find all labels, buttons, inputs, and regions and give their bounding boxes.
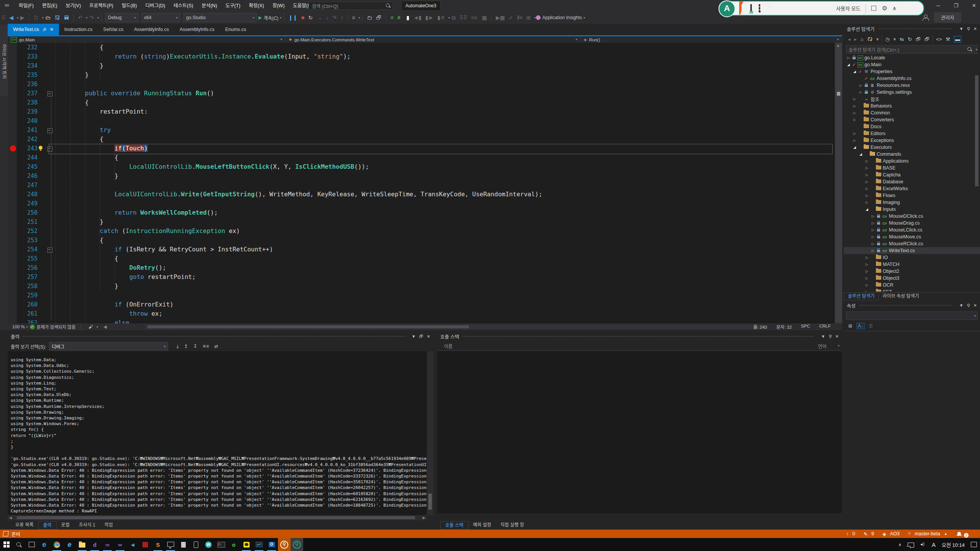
output-source-dropdown[interactable]: 디버그▾ [49, 342, 168, 350]
next-bookmark-icon[interactable]: ▮► [425, 14, 434, 21]
pin-icon[interactable]: ⚲ [967, 303, 970, 308]
tree-item-Commands[interactable]: ◢Commands [844, 151, 980, 158]
startup-project-dropdown[interactable]: go.Studio▾ [183, 13, 257, 22]
tree-item-Exceptions[interactable]: ▷Exceptions [844, 137, 980, 144]
tab-AssemblyInfo.cs[interactable]: AssemblyInfo.cs [174, 24, 220, 35]
output-hscrollbar[interactable]: ◀ ▶ [8, 515, 427, 520]
line-ending[interactable]: CRLF [819, 324, 831, 330]
tree-item-Common[interactable]: ▷Common [844, 109, 980, 116]
breakpoint-margin[interactable] [8, 135, 17, 144]
cursor-tool-icon[interactable] [739, 5, 743, 12]
hex-icon[interactable]: ⌗ [352, 14, 355, 21]
float-icon[interactable]: 🗗 [419, 334, 423, 339]
output-tab-로컬[interactable]: 로컬 [57, 521, 74, 530]
network-icon[interactable] [908, 543, 914, 548]
taskbar-app-phone[interactable] [189, 538, 202, 551]
output-vscrollbar[interactable] [427, 351, 433, 515]
output-tab-작업[interactable]: 작업 [100, 521, 118, 530]
breakpoint-margin[interactable] [8, 208, 17, 217]
tree-item-Applications[interactable]: ▷Applications [844, 158, 980, 165]
save-icon[interactable]: 🖫 [55, 14, 60, 21]
se-copy-icon[interactable]: 🗗 [924, 36, 929, 42]
grid-icon[interactable]: ⠿⠿ [459, 14, 467, 21]
se-home-icon[interactable]: ⌂ [861, 36, 864, 42]
expanded-arrow-icon[interactable]: ◢ [846, 63, 851, 67]
menu-빌드(B)[interactable]: 빌드(B) [118, 0, 141, 11]
restore-button[interactable]: ❐ [954, 3, 958, 8]
breakpoint-margin[interactable] [8, 80, 17, 89]
collapsed-arrow-icon[interactable]: ▷ [858, 83, 863, 87]
fold-collapse-icon[interactable] [47, 91, 52, 96]
tree-item-go.Locale[interactable]: ▷C#go.Locale [844, 54, 980, 61]
tree-item-Imaging[interactable]: ▷Imaging [844, 199, 980, 206]
taskbar-task-view[interactable] [25, 538, 38, 551]
hscroll-left-arrow[interactable]: ◀ [103, 324, 107, 329]
run-sql-icon[interactable]: ▶▦ [496, 14, 505, 21]
break-all-icon[interactable]: ❙❙ [288, 14, 297, 21]
breakpoint-margin[interactable] [8, 98, 17, 107]
taskbar-app-s[interactable]: S [152, 538, 164, 551]
clear-all-icon[interactable]: ✕≡ [203, 344, 209, 349]
se-preview-icon[interactable]: ▬ [954, 36, 961, 42]
taskbar-start[interactable] [0, 538, 13, 551]
collapsed-arrow-icon[interactable]: ▷ [871, 228, 875, 232]
overlay-collapse-icon[interactable]: ∧ [893, 5, 897, 11]
fold-collapse-icon[interactable] [47, 248, 52, 253]
tree-item-OCR[interactable]: ▷OCR [844, 282, 980, 289]
breakpoint-margin[interactable] [8, 153, 17, 162]
goto-message-icon[interactable]: ⤓ [176, 344, 178, 349]
menu-테스트(S)[interactable]: 테스트(S) [170, 0, 198, 11]
hidden-icons-chevron[interactable]: ∧ [898, 542, 902, 547]
editor-vertical-scrollbar[interactable]: ⇕ ▲ [835, 43, 842, 323]
push-icon[interactable]: ↑ [846, 531, 849, 536]
taskbar-internet-explorer[interactable]: e [63, 538, 76, 551]
se-switch-views-icon[interactable]: 🗘 [867, 36, 872, 42]
collapsed-arrow-icon[interactable]: ▷ [864, 201, 869, 204]
overlay-restore-icon[interactable] [871, 6, 876, 11]
taskbar-remote-desktop[interactable] [164, 538, 177, 551]
new-file-icon[interactable]: 🗋 [33, 14, 39, 21]
sign-in-icon[interactable] [923, 15, 929, 21]
menu-도구(T)[interactable]: 도구(T) [221, 0, 245, 11]
edit-count[interactable]: 9 [871, 531, 874, 536]
tree-item-Inputs[interactable]: ◢Inputs [844, 206, 980, 213]
tree-item-go.Main[interactable]: ◢✓C#go.Main [844, 61, 980, 68]
tree-item-WriteText.cs[interactable]: ▷C#WriteText.cs [844, 247, 980, 254]
ime-indicator[interactable]: A [932, 541, 936, 548]
tree-item-BASE[interactable]: ▷BASE [844, 165, 980, 171]
output-tab-출력[interactable]: 출력 [38, 521, 57, 530]
prev-bookmark-icon[interactable]: ◄▮ [413, 14, 422, 21]
action-center-icon[interactable] [971, 542, 977, 547]
comment-icon[interactable]: ≡ [390, 14, 394, 21]
column-language[interactable]: 언어 [818, 343, 826, 349]
column-name[interactable]: 이름 [444, 343, 452, 349]
prev-message-icon[interactable]: ↥ [184, 344, 188, 349]
collapsed-arrow-icon[interactable]: ▷ [864, 180, 869, 184]
tree-item-IO[interactable]: ▷IO [844, 254, 980, 261]
code-editor[interactable]: 232 {233 return (string)ExecutorUtils.In… [8, 43, 842, 323]
collapsed-arrow-icon[interactable]: ▷ [871, 214, 875, 218]
taskbar-app-q-green[interactable]: Q [291, 538, 303, 551]
collapsed-arrow-icon[interactable]: ▷ [852, 118, 857, 122]
taskbar-app-q-orange[interactable]: Q [278, 538, 291, 551]
panel-tab-솔루션 탐색기[interactable]: 솔루션 탐색기 [844, 293, 879, 300]
save-all-icon[interactable]: 🖬 [64, 14, 69, 21]
properties-object-dropdown[interactable]: ▾ [846, 311, 978, 320]
tree-item-ExcelWorks[interactable]: ▷ExcelWorks [844, 185, 980, 192]
element-tool-icon[interactable] [750, 5, 752, 12]
se-collapse-icon[interactable]: 🗗 [916, 36, 921, 42]
indent-mode[interactable]: SPC [801, 324, 810, 330]
menu-분석(N)[interactable]: 분석(N) [198, 0, 221, 11]
branch-icon[interactable]: ⑂ [908, 531, 911, 536]
overlay-settings-icon[interactable]: ⚙ [882, 5, 887, 12]
navigate-backward-doc-icon[interactable]: 🗀 [367, 14, 372, 21]
admin-button[interactable]: 관리자 [934, 12, 961, 23]
application-insights-label[interactable]: Application Insights [542, 15, 582, 20]
repo-icon[interactable]: ◈ [882, 531, 886, 537]
breakpoint-margin[interactable] [8, 162, 17, 171]
uncomment-icon[interactable]: ≢ [397, 14, 403, 21]
window-position-icon[interactable]: ▼ [959, 26, 964, 31]
navigate-forward-doc-icon[interactable]: 🗗 [376, 14, 382, 21]
scroll-up-icon[interactable]: ▲ [837, 344, 840, 347]
tree-item-Executors[interactable]: ◢Executors [844, 144, 980, 151]
